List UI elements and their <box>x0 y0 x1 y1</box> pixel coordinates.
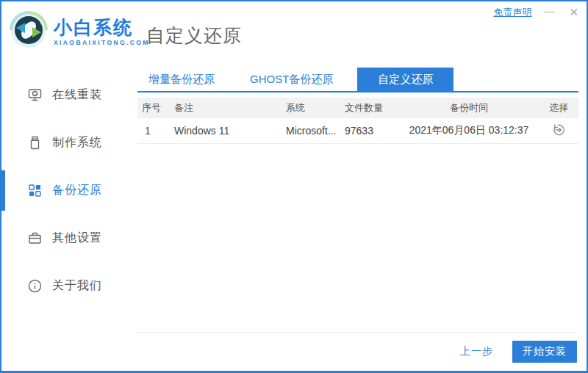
start-install-button[interactable]: 开始安装 <box>512 341 577 363</box>
recycle-arrows-logo-icon <box>9 11 49 52</box>
previous-step-button[interactable]: 上一步 <box>460 345 493 358</box>
info-circle-icon <box>26 278 43 294</box>
brand-text: 小白系统 XIAOBAIXITONG.COM <box>54 18 150 46</box>
col-header-select: 选择 <box>539 101 578 115</box>
col-header-system: 系统 <box>282 101 340 115</box>
minimize-icon[interactable]: — <box>542 4 556 18</box>
tab-custom-restore[interactable]: 自定义还原 <box>357 68 453 91</box>
modules-grid-icon <box>26 183 43 199</box>
cell-file-count: 97633 <box>340 125 399 137</box>
sidebar-item-label: 其他设置 <box>52 231 102 246</box>
app-window: 免责声明 — ✕ 小白系统 XIAOBAIXITONG.COM 自定义还原 <box>0 0 588 373</box>
brand-name: 小白系统 <box>54 18 150 37</box>
table-row: 1 Windows 11 Microsoft... 97633 2021年06月… <box>137 118 578 144</box>
cell-system: Microsoft... <box>282 125 340 137</box>
page-title: 自定义还原 <box>146 23 242 48</box>
sidebar: 在线重装 制作系统 备份还原 <box>1 71 131 310</box>
table-header-row: 序号 备注 系统 文件数量 备份时间 选择 <box>137 98 578 118</box>
usb-drive-icon <box>26 135 43 151</box>
col-header-seq: 序号 <box>137 101 170 115</box>
close-icon[interactable]: ✕ <box>567 6 581 19</box>
sidebar-item-label: 制作系统 <box>52 135 102 151</box>
sidebar-item-label: 备份还原 <box>52 183 102 198</box>
cell-backup-time: 2021年06月06日 03:12:37 <box>399 124 539 137</box>
main-content: 增量备份还原 GHOST备份还原 自定义还原 序号 备注 系统 文件数量 备份时… <box>137 69 578 144</box>
backup-table: 序号 备注 系统 文件数量 备份时间 选择 1 Windows 11 Micro… <box>137 98 578 144</box>
cell-seq: 1 <box>137 125 170 137</box>
restore-history-icon[interactable] <box>551 123 566 137</box>
titlebar-controls: 免责声明 — ✕ <box>493 6 581 19</box>
tab-bar: 增量备份还原 GHOST备份还原 自定义还原 <box>137 69 578 93</box>
brand-logo: 小白系统 XIAOBAIXITONG.COM <box>9 11 150 52</box>
disclaimer-link[interactable]: 免责声明 <box>493 6 531 19</box>
col-header-backup-time: 备份时间 <box>399 101 539 115</box>
tab-ghost-backup-restore[interactable]: GHOST备份还原 <box>239 68 344 91</box>
cell-select <box>539 123 578 140</box>
sidebar-item-label: 关于我们 <box>52 278 102 294</box>
sidebar-item-online-reinstall[interactable]: 在线重装 <box>1 71 131 119</box>
monitor-reinstall-icon <box>26 87 43 104</box>
tab-incremental-backup-restore[interactable]: 增量备份还原 <box>137 68 226 91</box>
col-header-note: 备注 <box>170 101 282 115</box>
sidebar-item-about-us[interactable]: 关于我们 <box>1 262 131 310</box>
col-header-file-count: 文件数量 <box>340 101 399 115</box>
footer-bar: 上一步 开始安装 <box>137 332 577 371</box>
sidebar-item-label: 在线重装 <box>52 87 102 103</box>
brand-domain: XIAOBAIXITONG.COM <box>54 39 150 46</box>
cell-note: Windows 11 <box>170 125 282 137</box>
sidebar-item-other-settings[interactable]: 其他设置 <box>1 214 131 262</box>
sidebar-item-make-system[interactable]: 制作系统 <box>1 119 131 167</box>
toolbox-icon <box>26 231 43 247</box>
sidebar-item-backup-restore[interactable]: 备份还原 <box>1 167 131 214</box>
